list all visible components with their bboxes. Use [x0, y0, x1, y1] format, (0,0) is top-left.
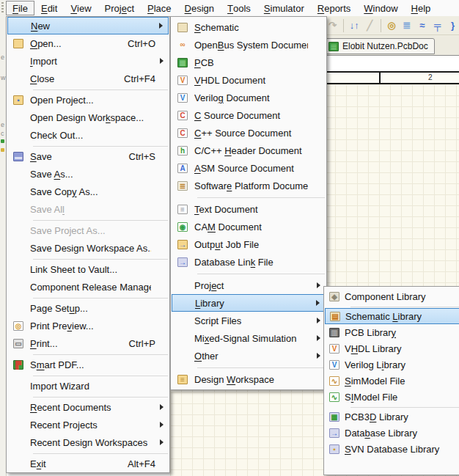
menubar-item-help[interactable]: Help: [405, 1, 438, 15]
menu-item-save-as[interactable]: Save As...: [7, 165, 169, 183]
menu-item-design-workspace[interactable]: ≡Design Workspace: [172, 370, 326, 388]
icon-spacer: [13, 459, 23, 469]
menu-item-label: Project: [194, 280, 308, 291]
menubar-item-project[interactable]: Project: [98, 1, 141, 15]
menu-item-check-out[interactable]: Check Out...: [7, 126, 169, 144]
menu-item-schematic[interactable]: Schematic: [172, 18, 326, 36]
menu-item-component-library[interactable]: ◈Component Library: [325, 288, 459, 304]
occluded-panel-icon-fragment: [1, 139, 4, 143]
menubar-item-place[interactable]: Place: [141, 1, 178, 15]
schematic-doc-icon: [177, 23, 188, 32]
vhdl-doc-icon: V: [177, 76, 188, 85]
menu-separator: [197, 194, 325, 200]
menu-item-open-design-workspace[interactable]: Open Design Workspace...: [7, 109, 169, 126]
menu-item-openbus-system-document[interactable]: ∞OpenBus System Document: [172, 36, 326, 54]
menu-item-label: ASM Source Document: [194, 163, 308, 174]
menu-item-other[interactable]: Other: [172, 347, 326, 365]
menu-separator: [197, 365, 325, 370]
menu-item-exit[interactable]: ExitAlt+F4: [7, 455, 169, 472]
menubar-item-file[interactable]: File: [6, 1, 34, 15]
menubar-item-simulator[interactable]: Simulator: [257, 1, 311, 15]
menu-item-verilog-library[interactable]: VVerilog Library: [325, 356, 459, 373]
menu-item-project[interactable]: Project: [172, 277, 326, 294]
menu-item-database-library[interactable]: →Database Library: [325, 425, 459, 441]
menu-item-label: Save As...: [30, 169, 151, 180]
pcb3d-library-icon: ▦: [329, 412, 339, 422]
shortcut-label: Alt+F4: [128, 458, 155, 469]
menu-item-save-project-as[interactable]: Save Project As...: [7, 221, 169, 239]
menu-item-recent-documents[interactable]: Recent Documents: [7, 398, 169, 416]
menu-item-save[interactable]: ▬SaveCtrl+S: [7, 147, 169, 165]
menu-item-label: Library: [195, 298, 307, 309]
menu-item-new[interactable]: New: [7, 17, 169, 34]
icon-spacer: [177, 334, 188, 343]
menu-item-link-sheet-to-vault[interactable]: Link Sheet to Vault...: [7, 260, 169, 278]
menu-item-open-project[interactable]: ▪Open Project...: [7, 91, 169, 109]
menu-item-simmodel-file[interactable]: ∿SimModel File: [325, 373, 459, 389]
icon-spacer: [13, 420, 23, 430]
menu-item-import[interactable]: Import: [7, 52, 169, 70]
menu-item-library[interactable]: Library: [172, 294, 326, 312]
menu-item-label: VHDL Library: [345, 343, 444, 354]
menu-item-page-setup[interactable]: Page Setup...: [7, 299, 169, 317]
menu-item-save-all[interactable]: Save All: [7, 200, 169, 218]
drag-handle-icon[interactable]: ≣: [400, 17, 413, 34]
menubar-item-window[interactable]: Window: [357, 1, 404, 15]
shortcut-label: Ctrl+S: [129, 151, 155, 162]
menu-item-cam-document[interactable]: ◉CAM Document: [172, 218, 326, 235]
menu-item-smart-pdf[interactable]: ▛Smart PDF...: [7, 356, 169, 373]
find-similar-icon[interactable]: ◎: [386, 17, 398, 34]
menu-item-component-release-manager[interactable]: Component Release Manager...: [7, 278, 169, 296]
menu-item-mixed-signal-simulation[interactable]: Mixed-Signal Simulation: [172, 329, 326, 347]
menu-item-verilog-document[interactable]: VVerilog Document: [172, 89, 326, 106]
menu-item-svn-database-library[interactable]: ▪SVN Database Library: [325, 441, 459, 457]
menu-item-recent-design-workspaces[interactable]: Recent Design Workspaces: [7, 433, 169, 451]
move-up-down-icon[interactable]: ↓↑: [348, 17, 361, 34]
menu-item-close[interactable]: CloseCtrl+F4: [7, 70, 169, 87]
menu-item-database-link-file[interactable]: →Database Link File: [172, 253, 326, 271]
bus-entry-icon[interactable]: }: [447, 17, 459, 34]
menu-item-save-copy-as[interactable]: Save Copy As...: [7, 183, 169, 200]
menu-item-label: Mixed-Signal Simulation: [194, 333, 308, 344]
menubar-item-reports[interactable]: Reports: [311, 1, 358, 15]
menu-item-pcb[interactable]: ▦PCB: [172, 54, 326, 71]
menu-separator: [197, 271, 325, 277]
menubar-item-edit[interactable]: Edit: [34, 1, 64, 15]
menu-item-vhdl-document[interactable]: VVHDL Document: [172, 71, 326, 89]
menu-item-label: Recent Documents: [30, 402, 151, 413]
menu-item-asm-source-document[interactable]: AASM Source Document: [172, 159, 326, 177]
menu-item-script-files[interactable]: Script Files: [172, 312, 326, 329]
menu-item-print[interactable]: ▭Print...Ctrl+P: [7, 334, 169, 352]
menu-item-simodel-file[interactable]: ∿SIModel File: [325, 389, 459, 405]
icon-spacer: [13, 381, 23, 391]
probe-icon[interactable]: ╤: [431, 17, 444, 34]
menu-item-pcb3d-library[interactable]: ▦PCB3D Library: [325, 409, 459, 425]
wand-icon[interactable]: ╱: [364, 17, 376, 34]
menu-item-pcb-library[interactable]: ▥PCB Library: [325, 324, 459, 340]
menu-item-vhdl-library[interactable]: VVHDL Library: [325, 340, 459, 356]
simodel-icon: ∿: [329, 392, 339, 402]
menu-item-recent-projects[interactable]: Recent Projects: [7, 416, 169, 433]
menu-item-save-design-workspace-as[interactable]: Save Design Workspace As...: [7, 239, 169, 257]
menu-item-schematic-library[interactable]: ▤Schematic Library: [325, 308, 459, 324]
grip-dots-icon[interactable]: [1, 2, 4, 14]
menubar-item-tools[interactable]: Tools: [221, 1, 257, 15]
menu-item-c-source-document[interactable]: CC Source Document: [172, 106, 326, 124]
menu-item-text-document[interactable]: ≡Text Document: [172, 200, 326, 218]
redo-icon[interactable]: ↷: [326, 17, 339, 34]
menu-item-output-job-file[interactable]: →Output Job File: [172, 235, 326, 253]
menu-item-c-c-header-document[interactable]: hC/C++ Header Document: [172, 142, 326, 159]
menu-item-print-preview[interactable]: ◎Print Preview...: [7, 317, 169, 334]
ruler-section-divider: [379, 73, 381, 83]
wire-icon[interactable]: ≈: [416, 17, 428, 34]
svn-database-icon: ▪: [329, 444, 339, 454]
menu-item-import-wizard[interactable]: Import Wizard: [7, 377, 169, 395]
menu-item-open[interactable]: Open...Ctrl+O: [7, 34, 169, 52]
shortcut-label: Ctrl+F4: [124, 73, 155, 84]
tab-elobit-nutzen-pcbdoc[interactable]: ▦ Elobit Nutzen.PcbDoc: [325, 38, 435, 54]
menubar-item-view[interactable]: View: [64, 1, 98, 15]
menu-item-software-platform-document[interactable]: ≣Software Platform Document: [172, 177, 326, 194]
menu-item-c-source-document[interactable]: CC++ Source Document: [172, 124, 326, 142]
menubar-item-design[interactable]: Design: [178, 1, 221, 15]
component-library-icon: ◈: [329, 292, 339, 301]
